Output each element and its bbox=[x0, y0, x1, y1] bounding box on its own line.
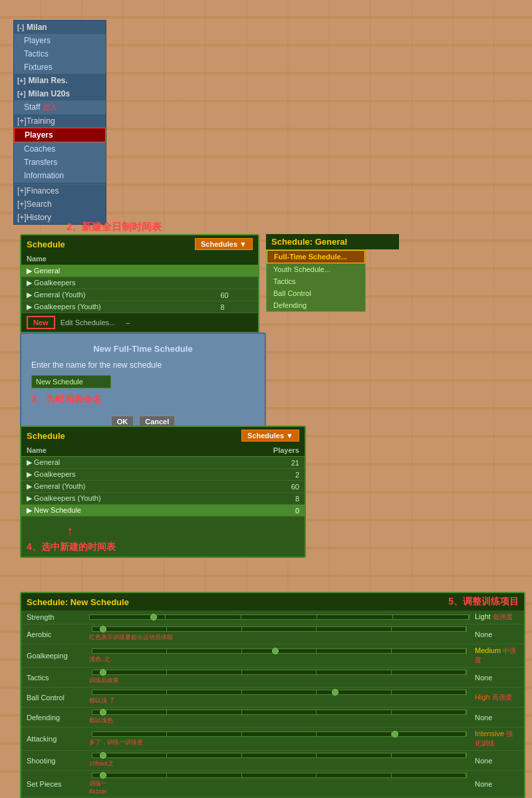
tactics-slider[interactable] bbox=[92, 670, 467, 675]
toggle-icon: [+] bbox=[17, 116, 27, 126]
sidebar-item-tactics[interactable]: Tactics bbox=[14, 47, 106, 61]
sidebar-item-players[interactable]: Players bbox=[14, 34, 106, 47]
arrow-up-icon: ↑ bbox=[66, 523, 73, 539]
training-row-tactics: Tactics 训练后效果 None bbox=[21, 668, 524, 688]
defending-value: None bbox=[472, 714, 519, 722]
dropdown-item-defending[interactable]: Defending bbox=[267, 299, 365, 311]
schedule-mid-container: Schedule Schedules ▼ Name Players ▶ Gene… bbox=[20, 426, 306, 558]
defending-slider[interactable] bbox=[92, 710, 467, 715]
row-name: ▶ General bbox=[21, 265, 215, 277]
sidebar-item-information[interactable]: Information bbox=[14, 169, 106, 182]
general-header: Schedule: General bbox=[266, 234, 399, 249]
sidebar-item-players-active[interactable]: Players bbox=[14, 128, 106, 142]
edit-schedules-btn[interactable]: Edit Schedules... bbox=[61, 319, 116, 327]
row-players: 8 bbox=[219, 493, 305, 505]
row-players bbox=[215, 265, 258, 277]
sidebar-team-milan-u20s[interactable]: [+] Milan U20s bbox=[14, 87, 106, 100]
table-row[interactable]: ▶ General bbox=[21, 265, 258, 277]
schedule-new-title: Schedule: New Schedule bbox=[27, 597, 129, 607]
table-row-new-schedule[interactable]: ▶ New Schedule 0 bbox=[21, 505, 305, 517]
sidebar-section-finances[interactable]: [+] Finances bbox=[14, 184, 106, 198]
schedules-mid-btn[interactable]: Schedules ▼ bbox=[241, 430, 299, 442]
gk-note: 浅色..之. bbox=[86, 648, 472, 664]
sidebar-team-label: Milan U20s bbox=[29, 89, 70, 98]
def-note: 都以浅色 bbox=[86, 710, 472, 725]
dropdown-menu: Full-Time Schedule... Youth Schedule... … bbox=[266, 249, 366, 312]
aerobic-slider[interactable] bbox=[92, 626, 467, 632]
toggle-icon: [+] bbox=[17, 77, 26, 84]
strength-slider[interactable] bbox=[89, 614, 469, 620]
shoot-note: 10hout之 bbox=[86, 753, 472, 768]
row-players: 60 bbox=[215, 289, 258, 301]
table-row[interactable]: ▶ General 21 bbox=[21, 457, 305, 469]
sidebar-team-milan[interactable]: [-] Milan bbox=[14, 21, 106, 34]
attacking-value: Intensive 强化训练 bbox=[472, 730, 519, 748]
table-row[interactable]: ▶ Goalkeepers 2 bbox=[21, 469, 305, 481]
col-name: Name bbox=[21, 253, 215, 265]
table-row[interactable]: ▶ Goalkeepers (Youth) 8 bbox=[21, 493, 305, 505]
schedule-general-panel: Schedule: General Full-Time Schedule... … bbox=[266, 234, 399, 249]
sidebar-item-transfers[interactable]: Transfers bbox=[14, 156, 106, 169]
training-label: Shooting bbox=[27, 757, 86, 765]
schedules-btn[interactable]: Schedules ▼ bbox=[195, 238, 253, 250]
dialog-title: New Full-Time Schedule bbox=[31, 344, 255, 354]
dropdown-item-youth[interactable]: Youth Schedule... bbox=[267, 263, 365, 275]
sidebar-section-search[interactable]: [+] Search bbox=[14, 198, 106, 211]
sidebar-item-coaches[interactable]: Coaches bbox=[14, 142, 106, 156]
sidebar-section-training[interactable]: [+] Training bbox=[14, 114, 106, 128]
row-players: 8 bbox=[215, 301, 258, 313]
sidebar-label: Tactics bbox=[24, 49, 49, 59]
sidebar-team-label: Milan Res. bbox=[29, 76, 68, 85]
new-btn[interactable]: New bbox=[27, 316, 55, 329]
tactics-value: None bbox=[472, 674, 519, 682]
step4-area: ↑ 4、选中新建的时间表 bbox=[21, 517, 305, 557]
step5-label: 5、调整训练项目 bbox=[448, 596, 519, 608]
training-row-strength: Strength Light 低强度 bbox=[21, 610, 524, 624]
section-label: Finances bbox=[27, 186, 59, 196]
shooting-slider[interactable] bbox=[92, 753, 467, 758]
att-note: 多了，训练一训练更 bbox=[86, 732, 472, 747]
sidebar-team-milan-res[interactable]: [+] Milan Res. bbox=[14, 74, 106, 87]
ballcontrol-slider[interactable] bbox=[92, 690, 467, 695]
row-players: 0 bbox=[219, 505, 305, 517]
toggle-icon: [+] bbox=[17, 200, 27, 209]
dialog-prompt: Enter the name for the new schedule bbox=[31, 360, 255, 370]
training-label: Tactics bbox=[27, 674, 86, 682]
table-row[interactable]: ▶ Goalkeepers bbox=[21, 277, 258, 289]
training-row-defending: Defending 都以浅色 None bbox=[21, 708, 524, 728]
sidebar-item-fixtures[interactable]: Fixtures bbox=[14, 61, 106, 74]
sidebar-item-staff[interactable]: Staff 进入 bbox=[14, 100, 106, 114]
section-label: Search bbox=[27, 200, 52, 209]
toggle-icon: [+] bbox=[17, 213, 27, 222]
step3-label: 3、为时间表命名 bbox=[31, 394, 255, 406]
training-row-ballcontrol: Ball Control 都以浅 了 High 高强度 bbox=[21, 688, 524, 708]
col-name: Name bbox=[21, 444, 219, 457]
aerobic-note: 红色表示训练量超出运动员体能 bbox=[86, 626, 472, 642]
col-players: Players bbox=[219, 444, 305, 457]
row-name: ▶ General bbox=[21, 457, 219, 469]
dropdown-item-ballcontrol[interactable]: Ball Control bbox=[267, 287, 365, 299]
training-row-goalkeeping: Goalkeeping 浅色..之. Medium 中强度 bbox=[21, 644, 524, 668]
training-row-setpieces: Set Pieces 训练一8x1cer None bbox=[21, 771, 524, 797]
table-row[interactable]: ▶ Goalkeepers (Youth) 8 bbox=[21, 301, 258, 313]
toggle-icon: [+] bbox=[17, 186, 27, 196]
dropdown-item-tactics[interactable]: Tactics bbox=[267, 275, 365, 287]
training-label: Strength bbox=[27, 613, 86, 621]
schedule-new-panel: Schedule: New Schedule 5、调整训练项目 Strength… bbox=[20, 592, 525, 798]
training-label: Ball Control bbox=[27, 694, 86, 702]
table-row[interactable]: ▶ General (Youth) 60 bbox=[21, 289, 258, 301]
training-row-shooting: Shooting 10hout之 None bbox=[21, 751, 524, 771]
goalkeeping-value: Medium 中强度 bbox=[472, 646, 519, 665]
schedule-mid-table: Name Players ▶ General 21 ▶ Goalkeepers … bbox=[21, 444, 305, 517]
ballcontrol-value: High 高强度 bbox=[472, 693, 519, 702]
training-label: Defending bbox=[27, 714, 86, 722]
dropdown-item-fulltime[interactable]: Full-Time Schedule... bbox=[267, 250, 365, 263]
bc-note: 都以浅 了 bbox=[86, 690, 472, 705]
setpieces-slider[interactable] bbox=[92, 773, 467, 778]
attacking-slider[interactable] bbox=[92, 732, 467, 737]
step4-label: 4、选中新建的时间表 bbox=[27, 541, 116, 553]
schedule-table: Name ▶ General ▶ Goalkeepers ▶ General (… bbox=[21, 253, 258, 313]
table-row[interactable]: ▶ General (Youth) 60 bbox=[21, 481, 305, 493]
schedule-name-input[interactable] bbox=[31, 375, 111, 388]
goalkeeping-slider[interactable] bbox=[92, 648, 467, 654]
